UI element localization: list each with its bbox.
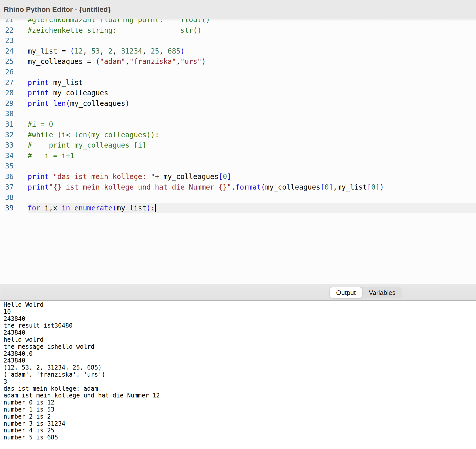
line-number: 26 <box>0 67 14 77</box>
code-line[interactable]: 31#i = 0 <box>0 119 476 130</box>
code-line[interactable]: 23 <box>0 35 476 46</box>
output-line: 243840 <box>4 329 476 336</box>
code-line-text <box>28 192 476 203</box>
line-number: 36 <box>0 171 14 182</box>
code-line-text <box>28 35 476 46</box>
code-line[interactable]: 27print my_list <box>0 77 476 88</box>
output-line: ('adam', 'franziska', 'urs') <box>4 371 476 378</box>
code-line[interactable]: 38 <box>0 192 476 203</box>
line-number: 29 <box>0 98 14 109</box>
line-number: 24 <box>0 46 14 57</box>
line-number: 28 <box>0 88 14 98</box>
code-line-text: print my_colleagues <box>28 88 476 98</box>
output-line: (12, 53, 2, 31234, 25, 685) <box>4 364 476 371</box>
code-line[interactable]: 39for i,x in enumerate(my_list): <box>0 203 476 213</box>
output-line: the result ist30480 <box>4 322 476 329</box>
output-line: number 4 is 25 <box>4 427 476 434</box>
code-line-text: print"{} ist mein kollege und hat die Nu… <box>28 182 476 193</box>
output-line: adam ist mein kollege und hat die Nummer… <box>4 392 476 399</box>
code-line-text: #i = 0 <box>28 119 476 130</box>
code-line[interactable]: 30 <box>0 109 476 119</box>
line-number: 22 <box>0 25 14 36</box>
code-line-text: #zeichenkette string: str() <box>28 25 476 36</box>
output-line: 3 <box>4 378 476 385</box>
output-console[interactable]: Hello Wolrd10243840the result ist3048024… <box>0 300 476 448</box>
line-number: 37 <box>0 182 14 193</box>
line-number: 32 <box>0 130 14 140</box>
line-number: 21 <box>0 19 14 25</box>
line-number: 39 <box>0 203 14 213</box>
code-line[interactable]: 26 <box>0 67 476 77</box>
code-line-text: print my_list <box>28 77 476 88</box>
output-line: 243840 <box>4 316 476 323</box>
panel-toolbar: OutputVariables <box>0 284 476 300</box>
title-bar[interactable]: Rhino Python Editor - {untitled} <box>0 0 476 19</box>
code-line[interactable]: 33# print my_colleagues [i] <box>0 140 476 151</box>
tab-output[interactable]: Output <box>330 287 362 298</box>
output-line: hello wolrd <box>4 336 476 343</box>
code-line[interactable]: 21#gleichkommazahl floating point: float… <box>0 19 476 25</box>
code-line-text: print "das ist mein kollege: "+ my_colle… <box>28 171 476 182</box>
code-line[interactable]: 28print my_colleagues <box>0 88 476 98</box>
code-line[interactable]: 24my_list = (12, 53, 2, 31234, 25, 685) <box>0 46 476 57</box>
output-variables-segmented-control: OutputVariables <box>330 287 402 298</box>
tab-variables[interactable]: Variables <box>362 287 402 298</box>
code-line-text: #gleichkommazahl floating point: float() <box>28 19 476 25</box>
code-line[interactable]: 22#zeichenkette string: str() <box>0 25 476 36</box>
code-line-text: for i,x in enumerate(my_list): <box>28 203 476 213</box>
output-line: Hello Wolrd <box>4 301 476 308</box>
code-line[interactable]: 37print"{} ist mein kollege und hat die … <box>0 182 476 193</box>
line-number: 38 <box>0 192 14 203</box>
code-line[interactable]: 35 <box>0 161 476 171</box>
code-line-text: my_colleagues = ("adam","franziska","urs… <box>28 56 476 67</box>
code-line-text: # i = i+1 <box>28 151 476 161</box>
output-line: the message ishello wolrd <box>4 343 476 350</box>
code-line-text: # print my_colleagues [i] <box>28 140 476 151</box>
window-title: Rhino Python Editor - {untitled} <box>4 6 111 14</box>
output-line: number 5 is 685 <box>4 434 476 441</box>
code-line[interactable]: 36print "das ist mein kollege: "+ my_col… <box>0 171 476 182</box>
code-line-text: my_list = (12, 53, 2, 31234, 25, 685) <box>28 46 476 57</box>
code-line[interactable]: 34# i = i+1 <box>0 151 476 161</box>
code-line[interactable]: 32#while (i< len(my_colleagues)): <box>0 130 476 140</box>
code-line-text <box>28 161 476 171</box>
code-line-text: print len(my_colleagues) <box>28 98 476 109</box>
output-line: number 2 is 2 <box>4 413 476 420</box>
code-editor[interactable]: 21#gleichkommazahl floating point: float… <box>0 19 476 284</box>
output-line: 10 <box>4 308 476 316</box>
line-number: 27 <box>0 77 14 88</box>
code-line-text <box>28 67 476 77</box>
code-line-text: #while (i< len(my_colleagues)): <box>28 130 476 140</box>
output-line: number 0 is 12 <box>4 399 476 406</box>
line-number: 33 <box>0 140 14 151</box>
code-line-text <box>28 109 476 119</box>
output-line: 243840.0 <box>4 350 476 357</box>
output-line: number 1 is 53 <box>4 406 476 413</box>
line-number: 25 <box>0 56 14 67</box>
output-line: das ist mein kollege: adam <box>4 385 476 392</box>
line-number: 34 <box>0 151 14 161</box>
code-line[interactable]: 29print len(my_colleagues) <box>0 98 476 109</box>
output-line: number 3 is 31234 <box>4 420 476 427</box>
line-number: 23 <box>0 35 14 46</box>
line-number: 31 <box>0 119 14 130</box>
code-line[interactable]: 25my_colleagues = ("adam","franziska","u… <box>0 56 476 67</box>
text-cursor <box>155 204 156 212</box>
line-number: 35 <box>0 161 14 171</box>
line-number: 30 <box>0 109 14 119</box>
output-line: 243840 <box>4 357 476 364</box>
